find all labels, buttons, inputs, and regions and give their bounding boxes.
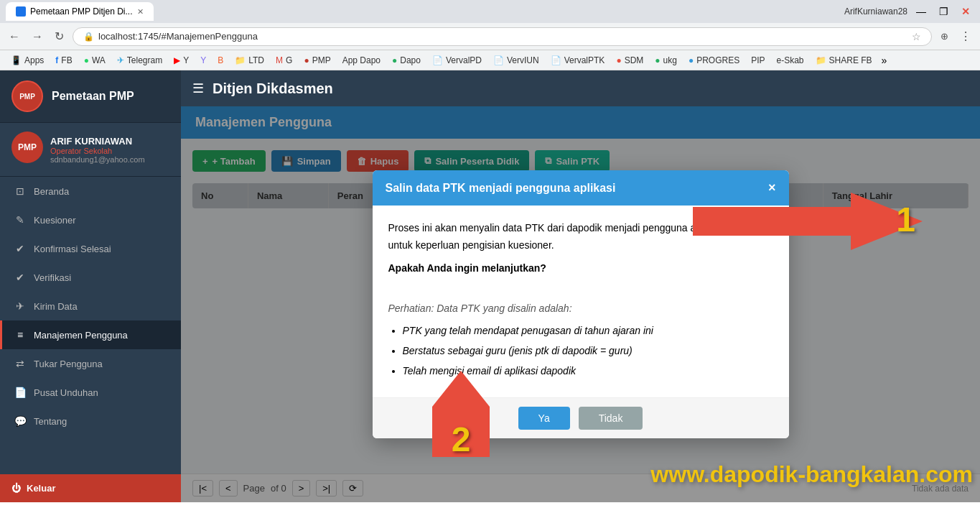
bookmark-telegram[interactable]: ✈ Telegram [112,54,167,67]
bookmark-ukg[interactable]: ● ukg [650,54,682,67]
bookmark-apps[interactable]: 📱 Apps [6,54,49,67]
sidebar-item-kirimdata[interactable]: ✈ Kirim Data [0,292,181,320]
verifikasi-icon: ✔ [14,272,27,283]
reload-button[interactable]: ↻ [52,28,67,45]
maximize-button[interactable]: ❐ [935,4,953,19]
fb-icon: f [55,55,58,65]
ya-button[interactable]: Ya [518,407,570,430]
tentang-icon: 💬 [14,415,27,427]
forward-button[interactable]: → [29,29,46,45]
unduhan-icon: 📄 [14,387,27,398]
telegram-icon: ✈ [117,55,124,65]
bookmark-progres[interactable]: ● PROGRES [683,54,745,67]
bookmark-wa[interactable]: ● WA [79,54,111,67]
bookmark-eskab[interactable]: e-Skab [772,54,809,67]
more-bookmarks[interactable]: » [879,55,890,66]
bookmark-b[interactable]: B [213,54,228,67]
sidebar-item-tentang[interactable]: 💬 Tentang [0,407,181,435]
bookmark-ltd[interactable]: 📁 LTD [230,54,269,67]
profile-email: sdnbandung1@yahoo.com [50,155,145,164]
logout-icon: ⏻ [11,483,21,494]
bookmark-pip[interactable]: PIP [746,54,770,67]
ukg-label: ukg [663,55,677,65]
sidebar-item-beranda[interactable]: ⊡ Beranda [0,177,181,206]
bookmark-vervalptk[interactable]: 📄 VervalPTK [546,54,610,67]
vervalpd-icon: 📄 [432,55,443,65]
tab-close-button[interactable]: ✕ [137,7,144,17]
profile-name: ARIF KURNIAWAN [50,136,145,147]
modal-bullet-list: PTK yang telah mendapat penugasan di tah… [403,323,773,379]
bookmark-fb[interactable]: f FB [50,54,77,67]
pmp-icon: ● [304,55,309,65]
sidebar-item-manajemenpengguna[interactable]: ≡ Manajemen Pengguna [0,320,181,349]
bookmark-pmp[interactable]: ● PMP [299,54,335,67]
url-input[interactable]: 🔒 localhost:1745/#ManajemenPengguna ☆ [73,27,932,46]
topbar: ☰ Ditjen Dikdasmen [181,70,980,106]
progres-icon: ● [689,55,694,65]
kuesioner-label: Kuesioner [34,215,76,226]
apps-icon: 📱 [11,55,22,65]
list-item-1: PTK yang telah mendapat penugasan di tah… [403,323,773,340]
sidebar-item-pusatunduhan[interactable]: 📄 Pusat Unduhan [0,378,181,407]
bookmark-appdapo[interactable]: App Dapo [337,54,386,67]
modal-body: Proses ini akan menyalin data PTK dari d… [373,206,789,397]
wa-label: WA [92,55,106,65]
logo-icon: PMP [11,80,43,112]
extensions-button[interactable]: ⊕ [938,29,951,43]
modal-body-bold: Apakah Anda ingin melanjutkan? [388,260,773,277]
bookmark-y[interactable]: Y [195,54,211,67]
dapo-icon: ● [392,55,397,65]
sidebar-item-verifikasi[interactable]: ✔ Verifikasi [0,263,181,292]
modal-body-text1: Proses ini akan menyalin data PTK dari d… [388,220,773,254]
topbar-menu-icon[interactable]: ☰ [192,80,204,96]
verviun-label: VervIUN [507,55,539,65]
eskab-label: e-Skab [777,55,804,65]
verifikasi-label: Verifikasi [34,272,71,283]
sidebar-nav: ⊡ Beranda ✎ Kuesioner ✔ Konfirmasi Seles… [0,177,181,474]
minimize-button[interactable]: — [912,4,930,19]
bookmark-dapo[interactable]: ● Dapo [387,54,426,67]
bookmark-m[interactable]: M G [271,54,297,67]
logout-button[interactable]: ⏻ Keluar [0,474,181,502]
pmp-label: PMP [312,55,331,65]
sidebar: PMP Pemetaan PMP PMP ARIF KURNIAWAN Oper… [0,70,181,502]
back-button[interactable]: ← [6,29,23,45]
bookmark-star-icon[interactable]: ☆ [912,31,921,42]
y-icon: Y [200,55,206,65]
beranda-label: Beranda [34,186,69,197]
apps-label: Apps [24,55,44,65]
manajemen-label: Manajemen Pengguna [34,330,128,341]
modal-close-button[interactable]: × [768,180,776,195]
fb-label: FB [61,55,72,65]
tidak-button[interactable]: Tidak [579,407,643,430]
unduhan-label: Pusat Unduhan [34,387,98,398]
url-text: localhost:1745/#ManajemenPengguna [98,31,258,42]
sidebar-item-kuesioner[interactable]: ✎ Kuesioner [0,206,181,234]
list-item-3: Telah mengisi email di aplikasi dapodik [403,363,773,380]
sidebar-item-konfirmasi[interactable]: ✔ Konfirmasi Selesai [0,234,181,263]
b-icon: B [218,55,223,65]
menu-button[interactable]: ⋮ [957,28,974,45]
sidebar-logo: PMP Pemetaan PMP [0,70,181,123]
bookmark-sdm[interactable]: ● SDM [611,54,648,67]
avatar: PMP [11,131,43,163]
telegram-label: Telegram [127,55,162,65]
bookmark-vervalpd[interactable]: 📄 VervalPD [427,54,487,67]
bookmark-sharefb[interactable]: 📁 SHARE FB [811,54,877,67]
konfirmasi-icon: ✔ [14,243,27,254]
sidebar-item-tukarpengguna[interactable]: ⇄ Tukar Pengguna [0,349,181,378]
ltd-label: LTD [248,55,264,65]
tab-favicon [16,6,26,17]
close-button[interactable]: ✕ [957,4,974,19]
profile-role: Operator Sekolah [50,147,145,155]
content-area: Manajemen Pengguna + + Tambah 💾 Simpan 🗑… [181,106,980,502]
kirimdata-label: Kirim Data [34,301,78,312]
tukar-label: Tukar Pengguna [34,359,103,369]
browser-tab[interactable]: Pemetaan PMP Ditjen Di... ✕ [6,2,154,21]
verviun-icon: 📄 [493,55,504,65]
address-bar: ← → ↻ 🔒 localhost:1745/#ManajemenPenggun… [0,23,980,50]
profile-info: ARIF KURNIAWAN Operator Sekolah sdnbandu… [50,136,145,164]
user-name-label: ArifKurniawan28 [844,6,907,17]
bookmark-yt[interactable]: ▶ Y [169,54,194,67]
bookmark-verviun[interactable]: 📄 VervIUN [488,54,544,67]
